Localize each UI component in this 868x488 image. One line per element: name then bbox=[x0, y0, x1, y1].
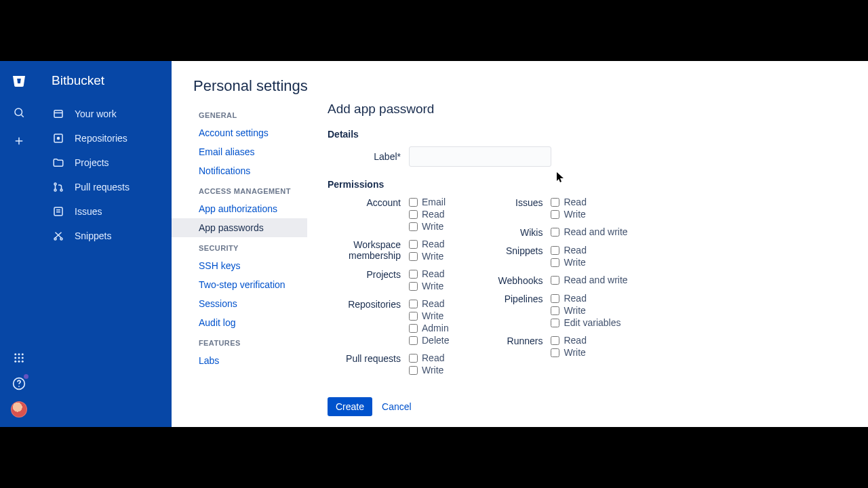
svg-point-25 bbox=[54, 238, 56, 240]
create-button[interactable]: Create bbox=[328, 397, 372, 416]
svg-point-26 bbox=[60, 238, 62, 240]
perm-checkbox[interactable] bbox=[409, 312, 418, 321]
nav-item-pull-requests[interactable]: Pull requests bbox=[38, 175, 172, 199]
perm-option-label: Write bbox=[422, 251, 443, 262]
perm-checkbox[interactable] bbox=[551, 319, 559, 327]
settings-link[interactable]: App passwords bbox=[172, 218, 307, 237]
perm-checkbox[interactable] bbox=[409, 252, 418, 261]
perm-option-label: Write bbox=[564, 257, 585, 268]
nav-item-label: Your work bbox=[75, 108, 117, 119]
nav-list: Your work Repositories Projects Pull req… bbox=[38, 102, 172, 248]
perm-checkbox[interactable] bbox=[551, 246, 559, 255]
perm-group-label: Webhooks bbox=[476, 274, 551, 286]
perm-checkbox[interactable] bbox=[409, 282, 418, 291]
perm-option[interactable]: Read bbox=[551, 335, 586, 346]
nav-item-snippets[interactable]: Snippets bbox=[38, 224, 172, 248]
settings-link[interactable]: Two-step verification bbox=[172, 275, 307, 294]
perm-checkbox[interactable] bbox=[409, 210, 418, 219]
svg-point-19 bbox=[54, 183, 56, 185]
snippets-icon bbox=[52, 229, 65, 243]
perm-option-label: Admin bbox=[422, 323, 449, 333]
perm-checkbox[interactable] bbox=[409, 324, 418, 333]
settings-link[interactable]: App authorizations bbox=[172, 199, 307, 218]
nav-item-label: Pull requests bbox=[75, 182, 130, 192]
nav-item-repositories[interactable]: Repositories bbox=[38, 126, 172, 150]
perm-option[interactable]: Read bbox=[551, 197, 586, 207]
perm-checkbox[interactable] bbox=[551, 198, 559, 207]
perm-option[interactable]: Admin bbox=[409, 323, 449, 333]
plus-icon[interactable] bbox=[11, 133, 27, 149]
perm-checkbox[interactable] bbox=[551, 306, 559, 315]
perm-checkbox[interactable] bbox=[551, 294, 559, 303]
settings-link[interactable]: Labs bbox=[172, 351, 307, 370]
settings-link[interactable]: Audit log bbox=[172, 313, 307, 332]
nav-item-issues[interactable]: Issues bbox=[38, 199, 172, 224]
cancel-button[interactable]: Cancel bbox=[382, 401, 412, 412]
nav-item-label: Repositories bbox=[75, 133, 127, 144]
settings-link[interactable]: Notifications bbox=[172, 161, 307, 180]
perm-checkbox[interactable] bbox=[409, 270, 418, 279]
perm-option[interactable]: Write bbox=[409, 365, 444, 375]
folder-icon bbox=[52, 156, 65, 169]
bitbucket-logo-icon[interactable] bbox=[11, 73, 27, 89]
settings-link[interactable]: SSH keys bbox=[172, 256, 307, 275]
perm-option-label: Read bbox=[564, 245, 586, 256]
perm-option-label: Read bbox=[564, 197, 586, 207]
perm-option[interactable]: Read and write bbox=[551, 226, 627, 237]
perm-option[interactable]: Read bbox=[409, 298, 449, 309]
perm-option[interactable]: Read bbox=[409, 268, 444, 279]
perm-option[interactable]: Write bbox=[551, 209, 586, 220]
global-rail bbox=[0, 61, 38, 427]
perm-checkbox[interactable] bbox=[551, 210, 559, 219]
perm-checkbox[interactable] bbox=[551, 336, 559, 345]
perm-option[interactable]: Write bbox=[409, 310, 449, 321]
nav-item-projects[interactable]: Projects bbox=[38, 150, 172, 175]
perm-checkbox[interactable] bbox=[409, 354, 418, 363]
perm-checkbox[interactable] bbox=[551, 348, 559, 357]
settings-link[interactable]: Sessions bbox=[172, 294, 307, 313]
perm-group-label: Runners bbox=[476, 335, 551, 346]
perm-option[interactable]: Write bbox=[409, 251, 444, 262]
nav-item-your-work[interactable]: Your work bbox=[38, 102, 172, 126]
permissions-col-left: AccountEmailReadWriteWorkspace membershi… bbox=[328, 197, 449, 382]
perm-checkbox[interactable] bbox=[551, 276, 559, 285]
help-icon[interactable] bbox=[11, 375, 27, 392]
perm-option[interactable]: Email bbox=[409, 197, 446, 207]
perm-option[interactable]: Read bbox=[409, 352, 444, 363]
perm-option-label: Read and write bbox=[564, 226, 627, 237]
perm-option[interactable]: Write bbox=[409, 221, 446, 232]
perm-checkbox[interactable] bbox=[409, 222, 418, 231]
app-root: Bitbucket Your work Repositories Project… bbox=[0, 61, 868, 427]
settings-link[interactable]: Email aliases bbox=[172, 142, 307, 161]
perm-option[interactable]: Write bbox=[551, 257, 586, 268]
perm-checkbox[interactable] bbox=[409, 240, 418, 249]
apps-grid-icon[interactable] bbox=[11, 350, 27, 366]
perm-option[interactable]: Read bbox=[409, 209, 446, 220]
perm-option-label: Read bbox=[422, 209, 444, 220]
svg-point-14 bbox=[18, 386, 20, 387]
label-input[interactable] bbox=[409, 146, 551, 167]
search-icon[interactable] bbox=[11, 104, 27, 121]
perm-option[interactable]: Read bbox=[551, 245, 586, 256]
perm-checkbox[interactable] bbox=[409, 336, 418, 345]
perm-option[interactable]: Write bbox=[551, 305, 620, 316]
perm-checkbox[interactable] bbox=[409, 198, 418, 207]
settings-link[interactable]: Account settings bbox=[172, 123, 307, 142]
perm-checkbox[interactable] bbox=[551, 258, 559, 267]
perm-option[interactable]: Write bbox=[551, 347, 586, 358]
perm-group-label: Wikis bbox=[476, 226, 551, 238]
perm-option-label: Read bbox=[422, 298, 444, 309]
avatar[interactable] bbox=[11, 401, 27, 418]
perm-group-label: Snippets bbox=[476, 245, 551, 256]
label-field-label: Label* bbox=[328, 151, 409, 162]
perm-option[interactable]: Edit variables bbox=[551, 317, 620, 328]
perm-option[interactable]: Read bbox=[551, 293, 620, 304]
perm-option[interactable]: Read bbox=[409, 239, 444, 249]
perm-checkbox[interactable] bbox=[551, 228, 559, 237]
perm-option[interactable]: Write bbox=[409, 281, 444, 291]
right-whitespace bbox=[783, 61, 868, 427]
perm-checkbox[interactable] bbox=[409, 300, 418, 308]
perm-checkbox[interactable] bbox=[409, 366, 418, 375]
perm-option[interactable]: Read and write bbox=[551, 274, 627, 285]
perm-option[interactable]: Delete bbox=[409, 335, 449, 346]
